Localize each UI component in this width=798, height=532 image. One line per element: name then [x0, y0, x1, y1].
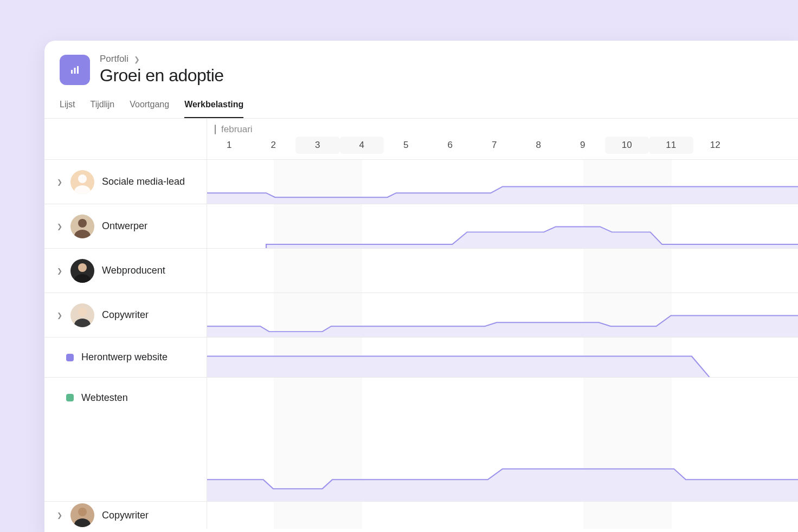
row-left: ❯ Copywriter [44, 502, 207, 529]
svg-point-7 [78, 263, 87, 272]
row-chart [207, 378, 798, 418]
role-name: Copywriter [102, 510, 149, 521]
month-name: februari [221, 124, 253, 135]
expanded-chart-left [44, 418, 207, 501]
expand-chevron-icon[interactable]: ❯ [56, 178, 63, 186]
svg-rect-0 [71, 70, 73, 74]
day-cell[interactable]: 10 [605, 137, 649, 154]
svg-point-4 [74, 185, 91, 194]
day-cell[interactable]: 3 [295, 137, 340, 154]
row-chart [207, 293, 798, 337]
svg-point-3 [78, 174, 87, 183]
workload-subrow[interactable]: Herontwerp website [44, 338, 798, 378]
expand-chevron-icon[interactable]: ❯ [56, 267, 63, 275]
workload-row[interactable]: ❯ Ontwerper [44, 204, 798, 249]
workload-chart [207, 338, 798, 377]
row-left: Webtesten [44, 378, 207, 418]
project-name: Webtesten [81, 392, 128, 404]
month-label: februari [215, 124, 253, 135]
breadcrumb[interactable]: Portfoli ❯ [100, 54, 224, 64]
header: Portfoli ❯ Groei en adoptie Lijst Tijdli… [44, 41, 798, 119]
row-left: ❯ Copywriter [44, 293, 207, 337]
days-row: 123456789101112 [207, 137, 798, 154]
project-color-dot [66, 354, 74, 361]
svg-point-9 [78, 308, 87, 316]
workload-row[interactable]: ❯ Sociale media-lead [44, 160, 798, 204]
breadcrumb-parent[interactable]: Portfoli [100, 54, 128, 64]
timeline-header-left [44, 119, 207, 159]
role-name: Webproducent [102, 265, 165, 276]
day-cell[interactable]: 7 [472, 137, 517, 154]
tab-list[interactable]: Lijst [60, 94, 75, 118]
workload-chart [207, 204, 798, 248]
svg-point-10 [74, 319, 91, 327]
role-name: Ontwerper [102, 220, 147, 232]
project-color-dot [66, 394, 74, 401]
row-left: ❯ Sociale media-lead [44, 160, 207, 204]
header-top: Portfoli ❯ Groei en adoptie [60, 54, 783, 86]
timeline-header: februari 123456789101112 [44, 119, 798, 160]
workload-chart [207, 293, 798, 337]
avatar[interactable] [70, 259, 94, 283]
day-cell[interactable]: 9 [561, 137, 605, 154]
bar-chart-icon [69, 64, 80, 75]
rows-container: ❯ Sociale media-lead ❯ [44, 160, 798, 529]
svg-rect-1 [74, 68, 76, 74]
portfolio-folder-icon[interactable] [60, 55, 90, 85]
row-left: Herontwerp website [44, 338, 207, 377]
expanded-chart [44, 418, 798, 502]
tab-timeline[interactable]: Tijdlijn [90, 94, 114, 118]
row-left: ❯ Webproducent [44, 249, 207, 293]
day-cell[interactable]: 2 [252, 137, 296, 154]
header-text: Portfoli ❯ Groei en adoptie [100, 54, 224, 86]
chevron-right-icon: ❯ [134, 55, 140, 63]
role-name: Copywriter [102, 309, 149, 321]
timeline-header-right: februari 123456789101112 [207, 119, 798, 159]
svg-point-12 [74, 518, 91, 527]
day-cell[interactable]: 5 [384, 137, 428, 154]
avatar[interactable] [70, 215, 94, 238]
page-title: Groei en adoptie [100, 66, 224, 86]
project-name: Herontwerp website [81, 352, 168, 363]
avatar[interactable] [70, 303, 94, 327]
expanded-chart-right [207, 418, 798, 501]
expand-chevron-icon[interactable]: ❯ [56, 223, 63, 230]
row-chart [207, 338, 798, 377]
workload-chart [207, 160, 798, 204]
month-marker-icon [215, 125, 216, 134]
day-cell[interactable]: 8 [517, 137, 561, 154]
svg-point-5 [78, 219, 87, 228]
workload-row[interactable]: ❯ Webproducent [44, 249, 798, 293]
expand-chevron-icon[interactable]: ❯ [56, 511, 63, 519]
row-left: ❯ Ontwerper [44, 204, 207, 248]
workload-subrow[interactable]: Webtesten [44, 378, 798, 418]
day-cell[interactable]: 6 [428, 137, 473, 154]
day-cell[interactable]: 1 [207, 137, 252, 154]
tab-progress[interactable]: Voortgang [130, 94, 169, 118]
workload-row[interactable]: ❯ Copywriter [44, 293, 798, 338]
app-window: Portfoli ❯ Groei en adoptie Lijst Tijdli… [44, 41, 798, 532]
tabs: Lijst Tijdlijn Voortgang Werkbelasting [60, 94, 783, 118]
avatar[interactable] [70, 503, 94, 527]
day-cell[interactable]: 12 [693, 137, 738, 154]
svg-point-11 [78, 508, 87, 516]
tab-workload[interactable]: Werkbelasting [184, 94, 243, 118]
row-chart [207, 502, 798, 529]
row-chart [207, 204, 798, 248]
day-cell[interactable]: 4 [340, 137, 384, 154]
svg-rect-2 [77, 66, 79, 74]
svg-point-8 [74, 274, 91, 283]
workload-chart-expanded [207, 418, 798, 501]
row-chart [207, 160, 798, 204]
workload-row[interactable]: ❯ Copywriter [44, 502, 798, 529]
svg-point-6 [74, 230, 91, 238]
row-chart [207, 249, 798, 293]
expand-chevron-icon[interactable]: ❯ [56, 312, 63, 319]
role-name: Sociale media-lead [102, 176, 185, 187]
day-cell[interactable]: 11 [649, 137, 693, 154]
avatar[interactable] [70, 170, 94, 194]
